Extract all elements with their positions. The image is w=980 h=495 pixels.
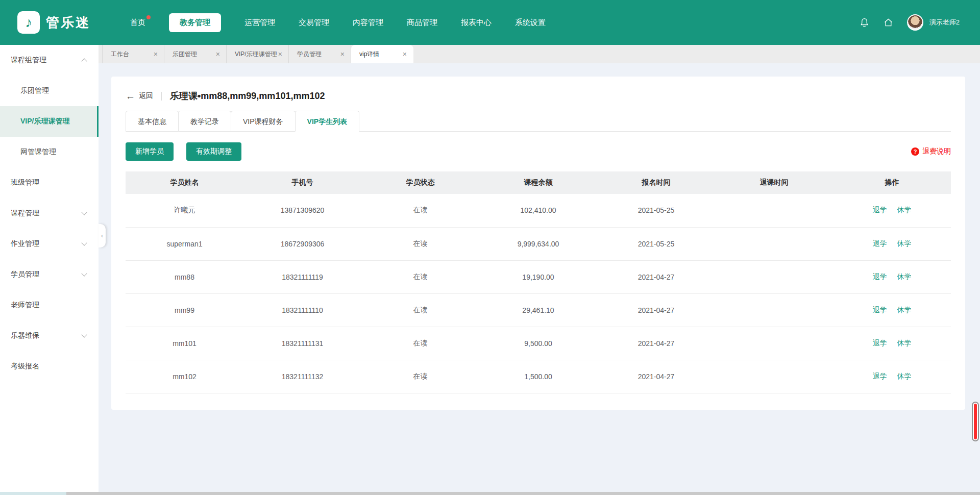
window-tabbar: 工作台 × 乐团管理 × VIP/乐理课管理 × 学员管理 × vip详情 × bbox=[99, 45, 980, 63]
main-area: ← 返回 乐理课•mm88,mm99,mm101,mm102 基本信息 教学记录… bbox=[99, 63, 980, 492]
cell-quit-date bbox=[715, 260, 833, 293]
sidebar-item-exam-registration[interactable]: 考级报名 bbox=[0, 351, 99, 382]
add-student-button[interactable]: 新增学员 bbox=[126, 142, 174, 161]
withdraw-link[interactable]: 退学 bbox=[873, 273, 887, 281]
home-icon[interactable] bbox=[883, 17, 894, 28]
cell-quit-date bbox=[715, 327, 833, 360]
cell-enroll-date: 2021-04-27 bbox=[597, 327, 715, 360]
cell-status: 在读 bbox=[361, 360, 479, 393]
col-balance: 课程余额 bbox=[479, 171, 597, 194]
suspend-link[interactable]: 休学 bbox=[897, 306, 911, 314]
horizontal-scrollbar-thumb[interactable] bbox=[0, 492, 66, 495]
withdraw-link[interactable]: 退学 bbox=[873, 372, 887, 380]
back-button[interactable]: 返回 bbox=[139, 91, 153, 101]
sidebar-item-teacher-mgmt[interactable]: 老师管理 bbox=[0, 290, 99, 320]
sidebar-item-band-mgmt[interactable]: 乐团管理 bbox=[0, 76, 99, 106]
window-tab-band-mgmt[interactable]: 乐团管理 × bbox=[164, 45, 227, 63]
sidebar-item-student-mgmt[interactable]: 学员管理 bbox=[0, 259, 99, 290]
close-icon[interactable]: × bbox=[278, 51, 282, 58]
cell-status: 在读 bbox=[361, 194, 479, 227]
nav-item-content[interactable]: 内容管理 bbox=[353, 18, 383, 28]
table-row: mm102 18321111132 在读 1,500.00 2021-04-27… bbox=[126, 360, 951, 393]
nav-item-home[interactable]: 首页 bbox=[130, 18, 145, 28]
horizontal-scrollbar[interactable] bbox=[0, 492, 980, 495]
window-tab-vip-course-mgmt[interactable]: VIP/乐理课管理 × bbox=[227, 45, 289, 63]
window-tab-student-mgmt[interactable]: 学员管理 × bbox=[289, 45, 351, 63]
refund-note-link[interactable]: ? 退费说明 bbox=[911, 147, 951, 156]
withdraw-link[interactable]: 退学 bbox=[873, 206, 887, 214]
chevron-down-icon bbox=[81, 270, 87, 276]
cell-phone: 18321111110 bbox=[243, 293, 361, 327]
sidebar-collapse-handle[interactable]: ‹ bbox=[99, 224, 106, 247]
brand-logo: ♪ bbox=[17, 11, 40, 34]
nav-item-report[interactable]: 报表中心 bbox=[461, 18, 492, 28]
cell-operations: 退学 休学 bbox=[833, 227, 951, 260]
tab-vip-student-list[interactable]: VIP学生列表 bbox=[295, 111, 360, 132]
adjust-validity-button[interactable]: 有效期调整 bbox=[186, 142, 241, 161]
withdraw-link[interactable]: 退学 bbox=[873, 306, 887, 314]
table-row: mm88 18321111119 在读 19,190.00 2021-04-27… bbox=[126, 260, 951, 293]
cell-status: 在读 bbox=[361, 227, 479, 260]
student-table: 学员姓名 手机号 学员状态 课程余额 报名时间 退课时间 操作 许曦元 1387… bbox=[126, 171, 951, 393]
table-row: superman1 18672909306 在读 9,999,634.00 20… bbox=[126, 227, 951, 260]
notification-dot bbox=[146, 15, 151, 19]
sidebar-item-course-group-mgmt[interactable]: 课程组管理 bbox=[0, 45, 99, 76]
tab-basic-info[interactable]: 基本信息 bbox=[126, 111, 179, 132]
vertical-scrollbar-thumb[interactable] bbox=[974, 404, 977, 439]
cell-balance: 9,500.00 bbox=[479, 327, 597, 360]
sidebar-item-homework-mgmt[interactable]: 作业管理 bbox=[0, 229, 99, 259]
cell-phone: 13871309620 bbox=[243, 194, 361, 227]
header-right: 演示老师2 bbox=[859, 14, 960, 31]
window-tab-workbench[interactable]: 工作台 × bbox=[102, 45, 164, 63]
sidebar-item-instrument-maintenance[interactable]: 乐器维保 bbox=[0, 320, 99, 351]
suspend-link[interactable]: 休学 bbox=[897, 273, 911, 281]
col-status: 学员状态 bbox=[361, 171, 479, 194]
avatar[interactable] bbox=[907, 14, 923, 31]
cell-status: 在读 bbox=[361, 293, 479, 327]
withdraw-link[interactable]: 退学 bbox=[873, 239, 887, 247]
cell-operations: 退学 休学 bbox=[833, 194, 951, 227]
chevron-down-icon bbox=[81, 332, 87, 337]
cell-balance: 9,999,634.00 bbox=[479, 227, 597, 260]
cell-name: mm99 bbox=[126, 293, 243, 327]
nav-item-academic[interactable]: 教务管理 bbox=[169, 13, 221, 32]
close-icon[interactable]: × bbox=[403, 51, 407, 58]
back-arrow-icon[interactable]: ← bbox=[126, 91, 135, 101]
cell-name: mm88 bbox=[126, 260, 243, 293]
collapse-arrow-icon: ‹ bbox=[101, 232, 103, 239]
nav-item-transaction[interactable]: 交易管理 bbox=[299, 18, 329, 28]
tab-teaching-records[interactable]: 教学记录 bbox=[178, 111, 231, 132]
sidebar-item-vip-course-mgmt[interactable]: VIP/乐理课管理 bbox=[0, 106, 99, 137]
window-tab-vip-detail[interactable]: vip详情 × bbox=[351, 45, 413, 63]
detail-tabs: 基本信息 教学记录 VIP课程财务 VIP学生列表 bbox=[126, 111, 951, 132]
cell-enroll-date: 2021-05-25 bbox=[597, 227, 715, 260]
cell-name: 许曦元 bbox=[126, 194, 243, 227]
tab-vip-course-finance[interactable]: VIP课程财务 bbox=[231, 111, 296, 132]
nav-item-settings[interactable]: 系统设置 bbox=[515, 18, 546, 28]
table-row: 许曦元 13871309620 在读 102,410.00 2021-05-25… bbox=[126, 194, 951, 227]
sidebar-item-online-course-mgmt[interactable]: 网管课管理 bbox=[0, 137, 99, 167]
cell-status: 在读 bbox=[361, 260, 479, 293]
suspend-link[interactable]: 休学 bbox=[897, 339, 911, 347]
suspend-link[interactable]: 休学 bbox=[897, 239, 911, 247]
table-row: mm101 18321111131 在读 9,500.00 2021-04-27… bbox=[126, 327, 951, 360]
close-icon[interactable]: × bbox=[154, 51, 158, 58]
sidebar-item-class-mgmt[interactable]: 班级管理 bbox=[0, 167, 99, 198]
cell-name: superman1 bbox=[126, 227, 243, 260]
suspend-link[interactable]: 休学 bbox=[897, 372, 911, 380]
bell-icon[interactable] bbox=[859, 17, 870, 28]
screen: ♪ 管乐迷 首页 教务管理 运营管理 交易管理 内容管理 商品管理 报表中心 系… bbox=[0, 0, 980, 495]
sidebar-item-course-mgmt[interactable]: 课程管理 bbox=[0, 198, 99, 229]
close-icon[interactable]: × bbox=[340, 51, 345, 58]
withdraw-link[interactable]: 退学 bbox=[873, 339, 887, 347]
cell-enroll-date: 2021-04-27 bbox=[597, 260, 715, 293]
nav-item-product[interactable]: 商品管理 bbox=[407, 18, 437, 28]
cell-quit-date bbox=[715, 360, 833, 393]
vertical-scrollbar[interactable] bbox=[972, 402, 979, 441]
nav-item-operation[interactable]: 运营管理 bbox=[244, 18, 275, 28]
close-icon[interactable]: × bbox=[216, 51, 220, 58]
user-name[interactable]: 演示老师2 bbox=[929, 18, 960, 27]
col-phone: 手机号 bbox=[243, 171, 361, 194]
brand-name: 管乐迷 bbox=[46, 14, 90, 32]
suspend-link[interactable]: 休学 bbox=[897, 206, 911, 214]
